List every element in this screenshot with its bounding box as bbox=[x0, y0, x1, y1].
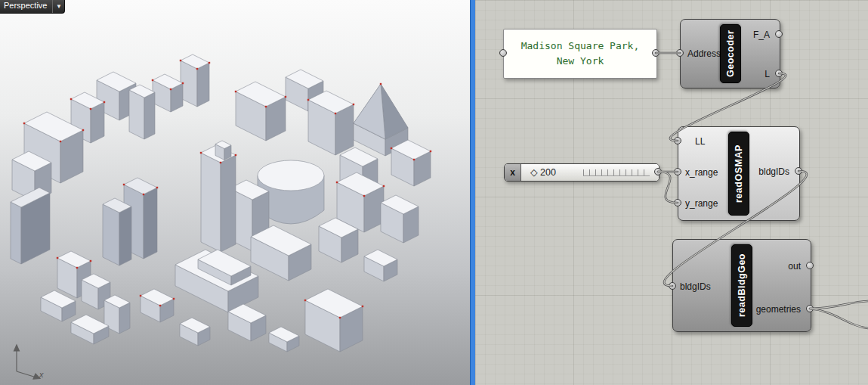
viewport-title-tab[interactable]: Perspective ▼ bbox=[0, 0, 65, 14]
wire-geometries-out-a[interactable] bbox=[810, 301, 868, 309]
readosmap-input-xrange[interactable]: x_range bbox=[685, 166, 718, 179]
geocoder-l-nub[interactable] bbox=[775, 70, 783, 77]
readosmap-input-yrange[interactable]: y_range bbox=[685, 197, 718, 210]
viewport-3d-scene bbox=[0, 0, 470, 385]
geocoder-input-address[interactable]: Address bbox=[687, 48, 721, 60]
wire-geometries-out-b[interactable] bbox=[810, 309, 868, 328]
viewport-title: Perspective bbox=[0, 0, 52, 13]
readosmap-yrange-nub[interactable] bbox=[674, 199, 681, 206]
readbldggeo-input-bldgids[interactable]: bldgIDs bbox=[680, 281, 711, 293]
readosmap-input-ll[interactable]: LL bbox=[695, 135, 705, 147]
application-window: Perspective ▼ x Madison Square Park, New… bbox=[0, 0, 868, 385]
readbldggeo-name-capsule: readBldgGeo bbox=[731, 244, 752, 327]
readosmap-name-capsule: readOSMAP bbox=[728, 132, 749, 216]
slider-name: x bbox=[505, 164, 521, 181]
slider-value: 200 bbox=[540, 167, 556, 178]
readbldggeo-component[interactable]: bldgIDs readBldgGeo out geometries bbox=[672, 239, 811, 332]
readosmap-xrange-nub[interactable] bbox=[674, 168, 681, 175]
readbldggeo-out-nub[interactable] bbox=[806, 262, 814, 269]
panel-text-line1: Madison Square Park, bbox=[521, 39, 640, 54]
geocoder-output-fa[interactable]: F_A bbox=[753, 29, 770, 41]
geocoder-address-nub[interactable] bbox=[676, 49, 684, 57]
panel-output-nub[interactable] bbox=[652, 49, 659, 57]
slider-grip-icon[interactable]: ◇ bbox=[530, 167, 538, 178]
slider-ticks bbox=[583, 169, 650, 176]
text-panel-component[interactable]: Madison Square Park, New York bbox=[503, 29, 657, 79]
wire-slider-to-yrange[interactable] bbox=[658, 172, 678, 203]
readbldggeo-bldgids-nub[interactable] bbox=[669, 282, 676, 290]
slider-track[interactable]: ◇ 200 bbox=[521, 164, 659, 181]
wire-geometries-out-a[interactable] bbox=[810, 301, 868, 309]
readosmap-ll-nub[interactable] bbox=[674, 137, 681, 144]
axis-x-label: x bbox=[39, 370, 44, 379]
geocoder-component[interactable]: Address Geocoder F_A L bbox=[680, 19, 780, 88]
chevron-down-icon: ▼ bbox=[56, 3, 62, 10]
slider-output-nub[interactable] bbox=[654, 168, 662, 175]
readosmap-output-bldgids[interactable]: bldgIDs bbox=[758, 166, 789, 178]
readbldggeo-output-geometries[interactable]: geometries bbox=[756, 303, 801, 315]
viewport-menu-button[interactable]: ▼ bbox=[52, 0, 64, 13]
cplane-axis-gizmo: x bbox=[6, 338, 59, 380]
number-slider[interactable]: x ◇ 200 bbox=[504, 163, 659, 182]
wire-geometries-out-b[interactable] bbox=[810, 309, 868, 328]
readbldggeo-geometries-nub[interactable] bbox=[806, 305, 814, 312]
grasshopper-canvas[interactable]: Madison Square Park, New York Address Ge… bbox=[475, 0, 868, 385]
panel-text-line2: New York bbox=[557, 54, 604, 69]
panel-input-nub[interactable] bbox=[499, 49, 507, 57]
wire-slider-to-yrange[interactable] bbox=[658, 172, 678, 203]
readosmap-component[interactable]: LL x_range y_range readOSMAP bldgIDs bbox=[678, 126, 800, 221]
axis-arrows-icon bbox=[6, 338, 59, 380]
readosmap-bldgids-nub[interactable] bbox=[795, 167, 802, 175]
rhino-viewport[interactable]: Perspective ▼ x bbox=[0, 0, 470, 385]
geocoder-name-capsule: Geocoder bbox=[720, 24, 741, 83]
readbldggeo-output-out[interactable]: out bbox=[788, 260, 801, 272]
geocoder-fa-nub[interactable] bbox=[775, 30, 783, 38]
geocoder-output-l[interactable]: L bbox=[765, 68, 770, 80]
